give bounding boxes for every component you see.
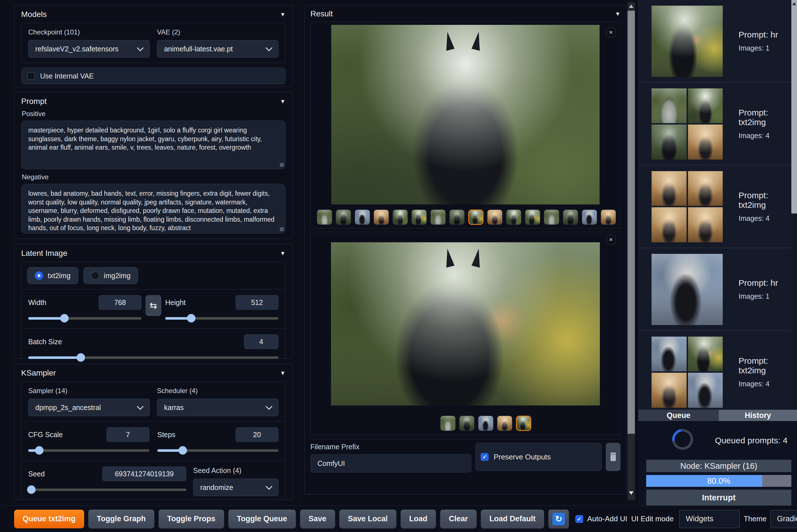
gallery-thumbnail[interactable] bbox=[525, 210, 540, 225]
collapse-icon[interactable]: ▼ bbox=[280, 370, 286, 376]
height-input[interactable]: 512 bbox=[235, 295, 279, 310]
clear-button[interactable]: Clear bbox=[440, 509, 477, 529]
close-icon[interactable]: ✕ bbox=[606, 235, 616, 245]
thumbnail-image bbox=[651, 6, 723, 77]
txt2img-radio[interactable]: txt2img bbox=[27, 267, 78, 284]
gallery-thumbnail[interactable] bbox=[601, 210, 616, 225]
gallery-thumbnail[interactable] bbox=[440, 416, 456, 431]
gallery-thumbnail[interactable] bbox=[355, 210, 370, 225]
gallery-thumbnail[interactable] bbox=[449, 210, 464, 225]
result-image-2[interactable] bbox=[331, 242, 600, 405]
load-default-button[interactable]: Load Default bbox=[481, 509, 545, 529]
history-entry[interactable]: Prompt: txt2imgImages: 4 bbox=[639, 331, 792, 410]
theme-select[interactable]: Gradio Dark bbox=[771, 510, 797, 528]
main-scrollbar[interactable] bbox=[628, 2, 635, 500]
width-input[interactable]: 768 bbox=[99, 295, 141, 310]
history-thumbnail[interactable] bbox=[651, 6, 723, 77]
gallery-thumbnail[interactable] bbox=[374, 210, 389, 225]
sidebar-scrollbar[interactable] bbox=[791, 0, 797, 410]
history-thumbnail-grid[interactable] bbox=[651, 89, 723, 159]
history-entry[interactable]: Prompt: hrImages: 1 bbox=[639, 248, 792, 331]
toggle-props-button[interactable]: Toggle Props bbox=[158, 509, 224, 529]
history-thumbnail[interactable] bbox=[651, 254, 723, 325]
batch-size-slider-knob[interactable] bbox=[77, 353, 85, 362]
seed-slider[interactable] bbox=[28, 485, 186, 494]
collapse-icon[interactable]: ▼ bbox=[280, 98, 286, 105]
gallery-thumbnail[interactable] bbox=[487, 210, 502, 225]
scroll-down-icon[interactable] bbox=[629, 491, 633, 495]
gallery-thumbnail[interactable] bbox=[582, 210, 597, 225]
collapse-icon[interactable]: ▼ bbox=[280, 11, 286, 18]
tab-queue[interactable]: Queue bbox=[638, 410, 719, 421]
cfg-scale-input[interactable]: 7 bbox=[107, 427, 149, 442]
widgets-select[interactable]: Widgets bbox=[679, 510, 740, 528]
scroll-up-icon[interactable] bbox=[792, 2, 796, 5]
steps-slider[interactable] bbox=[157, 446, 279, 455]
width-slider[interactable] bbox=[28, 314, 141, 323]
filename-prefix-input[interactable]: ComfyUI bbox=[310, 454, 471, 472]
height-slider-knob[interactable] bbox=[187, 314, 195, 322]
gallery-thumbnail[interactable] bbox=[431, 210, 446, 225]
img2img-radio[interactable]: img2img bbox=[83, 267, 138, 284]
vae-dropdown[interactable]: animefull-latest.vae.pt bbox=[157, 40, 279, 58]
collapse-icon[interactable]: ▼ bbox=[615, 11, 621, 17]
gallery-thumbnail[interactable] bbox=[393, 210, 408, 225]
refresh-button[interactable]: ↻ bbox=[548, 509, 569, 529]
gallery-thumbnail[interactable] bbox=[336, 210, 351, 225]
resize-grip-icon[interactable] bbox=[280, 227, 284, 231]
gallery-thumbnail[interactable] bbox=[317, 210, 332, 225]
scroll-up-icon[interactable] bbox=[629, 4, 633, 8]
gallery-thumbnail-selected[interactable] bbox=[516, 416, 531, 431]
sidebar-scrollbar-thumb[interactable] bbox=[791, 0, 797, 213]
batch-size-input[interactable]: 4 bbox=[244, 334, 279, 349]
gallery-thumbnail[interactable] bbox=[478, 416, 493, 431]
gallery-thumbnail[interactable] bbox=[412, 210, 427, 225]
save-local-button[interactable]: Save Local bbox=[339, 509, 397, 529]
checkpoint-dropdown[interactable]: refslaveV2_v2.safetensors bbox=[28, 40, 150, 58]
main-scrollbar-thumb[interactable] bbox=[628, 11, 635, 434]
history-thumbnail-grid[interactable] bbox=[651, 337, 723, 408]
positive-prompt-textarea[interactable]: masterpiece, hyper detailed background, … bbox=[21, 120, 286, 169]
use-internal-vae-row[interactable]: Use Internal VAE bbox=[21, 68, 286, 84]
collapse-icon[interactable]: ▼ bbox=[280, 250, 286, 257]
load-button[interactable]: Load bbox=[400, 509, 436, 529]
height-slider[interactable] bbox=[165, 314, 279, 323]
gallery-thumbnail[interactable] bbox=[563, 210, 578, 225]
history-entry[interactable]: Prompt: txt2imgImages: 4 bbox=[639, 83, 792, 166]
auto-add-ui-checkbox[interactable]: ✓ bbox=[575, 515, 583, 523]
save-button[interactable]: Save bbox=[300, 509, 335, 529]
gallery-thumbnail[interactable] bbox=[459, 416, 474, 431]
use-internal-vae-checkbox[interactable] bbox=[27, 72, 35, 80]
toggle-queue-button[interactable]: Toggle Queue bbox=[228, 509, 296, 529]
gallery-thumbnail-selected[interactable] bbox=[468, 210, 483, 225]
close-icon[interactable]: ✕ bbox=[606, 28, 616, 37]
scheduler-dropdown[interactable]: karras bbox=[157, 399, 279, 416]
result-image-1[interactable] bbox=[331, 25, 600, 205]
gallery-thumbnail[interactable] bbox=[544, 210, 559, 225]
interrupt-button[interactable]: Interrupt bbox=[646, 490, 791, 506]
preserve-outputs-checkbox[interactable]: ✓ bbox=[481, 453, 489, 461]
seed-input[interactable]: 693741274019139 bbox=[102, 467, 186, 481]
batch-size-slider[interactable] bbox=[28, 353, 279, 362]
clear-outputs-button[interactable] bbox=[606, 443, 621, 471]
tab-history[interactable]: History bbox=[719, 410, 797, 421]
steps-input[interactable]: 20 bbox=[235, 427, 279, 442]
cfg-scale-slider[interactable] bbox=[28, 446, 149, 455]
gallery-thumbnail[interactable] bbox=[506, 210, 521, 225]
swap-dimensions-button[interactable]: ⇆ bbox=[146, 295, 161, 316]
seed-slider-knob[interactable] bbox=[27, 486, 36, 494]
queue-txt2img-button[interactable]: Queue txt2img bbox=[14, 510, 84, 528]
resize-grip-icon[interactable] bbox=[280, 163, 284, 167]
negative-prompt-textarea[interactable]: lowres, bad anatomy, bad hands, text, er… bbox=[21, 184, 286, 233]
toggle-graph-button[interactable]: Toggle Graph bbox=[88, 509, 155, 529]
history-entry[interactable]: Prompt: hrImages: 1 bbox=[639, 0, 792, 83]
width-slider-knob[interactable] bbox=[60, 314, 69, 322]
steps-slider-knob[interactable] bbox=[178, 446, 187, 455]
preserve-outputs-row[interactable]: ✓ Preserve Outputs bbox=[475, 443, 602, 471]
cfg-scale-slider-knob[interactable] bbox=[35, 446, 43, 455]
history-thumbnail-grid[interactable] bbox=[651, 171, 723, 242]
sampler-dropdown[interactable]: dpmpp_2s_ancestral bbox=[28, 399, 150, 416]
history-entry[interactable]: Prompt: txt2imgImages: 4 bbox=[639, 166, 792, 248]
gallery-thumbnail[interactable] bbox=[497, 416, 512, 431]
seed-action-dropdown[interactable]: randomize bbox=[193, 479, 279, 496]
